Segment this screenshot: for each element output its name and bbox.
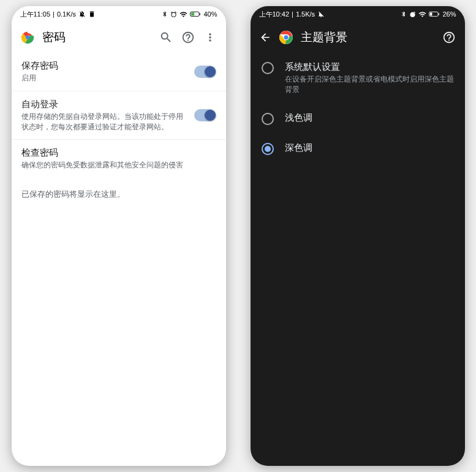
auto-login-toggle[interactable] bbox=[194, 109, 216, 121]
option-title: 深色调 bbox=[285, 142, 454, 154]
more-vert-icon bbox=[204, 31, 216, 44]
battery-pct: 26% bbox=[442, 10, 456, 18]
setting-desc: 确保您的密码免受数据泄露和其他安全问题的侵害 bbox=[21, 160, 216, 170]
radio-icon bbox=[262, 62, 274, 74]
bluetooth-icon bbox=[162, 11, 168, 17]
battery-pct: 40% bbox=[203, 10, 217, 18]
more-button[interactable] bbox=[203, 30, 217, 45]
svg-rect-2 bbox=[200, 13, 200, 15]
battery-icon bbox=[429, 10, 440, 18]
auto-login-row[interactable]: 自动登录 使用存储的凭据自动登录网站。当该功能处于停用状态时，您每次都要通过验证… bbox=[12, 91, 226, 140]
arrow-back-icon bbox=[259, 31, 271, 44]
app-bar: 密码 bbox=[12, 22, 226, 53]
option-title: 系统默认设置 bbox=[285, 61, 454, 73]
status-speed: 0.1K/s bbox=[57, 10, 76, 18]
svg-point-11 bbox=[284, 36, 288, 40]
radio-icon bbox=[262, 113, 274, 125]
setting-title: 自动登录 bbox=[21, 99, 188, 110]
setting-desc: 启用 bbox=[21, 73, 188, 83]
page-title: 密码 bbox=[42, 29, 151, 45]
help-button[interactable] bbox=[442, 30, 456, 45]
save-password-row[interactable]: 保存密码 启用 bbox=[12, 53, 226, 91]
page-title: 主题背景 bbox=[301, 29, 434, 45]
status-left: 上午10:42 | 1.5K/s bbox=[259, 10, 325, 19]
svg-rect-1 bbox=[191, 13, 194, 16]
radio-icon-checked bbox=[262, 143, 274, 155]
save-password-toggle[interactable] bbox=[194, 66, 216, 78]
theme-light-option[interactable]: 浅色调 bbox=[251, 104, 465, 134]
phone-light: 上午11:05 | 0.1K/s 40% 密码 bbox=[12, 6, 226, 466]
search-icon bbox=[159, 31, 173, 44]
app-bar: 主题背景 bbox=[251, 22, 465, 53]
wifi-icon bbox=[179, 10, 187, 18]
status-speed: 1.5K/s bbox=[296, 10, 315, 18]
theme-system-option[interactable]: 系统默认设置 在设备开启深色主题背景或省电模式时启用深色主题背景 bbox=[251, 53, 465, 104]
status-left: 上午11:05 | 0.1K/s bbox=[20, 10, 96, 19]
option-title: 浅色调 bbox=[285, 112, 454, 124]
chrome-logo-icon bbox=[20, 30, 35, 45]
status-time: 上午11:05 bbox=[20, 10, 51, 19]
svg-rect-7 bbox=[430, 13, 433, 16]
chrome-logo-icon bbox=[279, 30, 293, 45]
bluetooth-icon bbox=[401, 11, 407, 17]
status-bar: 上午11:05 | 0.1K/s 40% bbox=[12, 6, 226, 22]
status-right: 40% bbox=[162, 10, 217, 18]
status-bar: 上午10:42 | 1.5K/s 26% bbox=[251, 6, 465, 22]
wifi-icon bbox=[418, 10, 426, 18]
battery-icon bbox=[190, 10, 201, 18]
phone-dark: 上午10:42 | 1.5K/s 26% 主题背景 bbox=[251, 6, 465, 466]
setting-title: 保存密码 bbox=[21, 60, 188, 72]
theme-dark-option[interactable]: 深色调 bbox=[251, 134, 465, 164]
help-icon bbox=[181, 31, 195, 44]
alarm-icon bbox=[170, 11, 177, 18]
back-button[interactable] bbox=[259, 31, 271, 44]
alarm-icon bbox=[409, 11, 416, 18]
help-icon bbox=[442, 31, 456, 44]
status-right: 26% bbox=[401, 10, 456, 18]
bell-off-icon bbox=[78, 10, 86, 18]
svg-rect-8 bbox=[439, 13, 439, 15]
check-password-row[interactable]: 检查密码 确保您的密码免受数据泄露和其他安全问题的侵害 bbox=[12, 140, 226, 178]
empty-message: 已保存的密码将显示在这里。 bbox=[12, 178, 226, 211]
help-button[interactable] bbox=[181, 30, 195, 45]
setting-desc: 使用存储的凭据自动登录网站。当该功能处于停用状态时，您每次都要通过验证才能登录网… bbox=[21, 112, 188, 132]
bell-off-icon bbox=[317, 10, 325, 18]
setting-title: 检查密码 bbox=[21, 147, 216, 159]
trash-icon bbox=[88, 10, 96, 18]
status-time: 上午10:42 bbox=[259, 10, 290, 19]
search-button[interactable] bbox=[159, 30, 173, 45]
option-desc: 在设备开启深色主题背景或省电模式时启用深色主题背景 bbox=[285, 74, 454, 95]
svg-point-5 bbox=[26, 36, 29, 39]
